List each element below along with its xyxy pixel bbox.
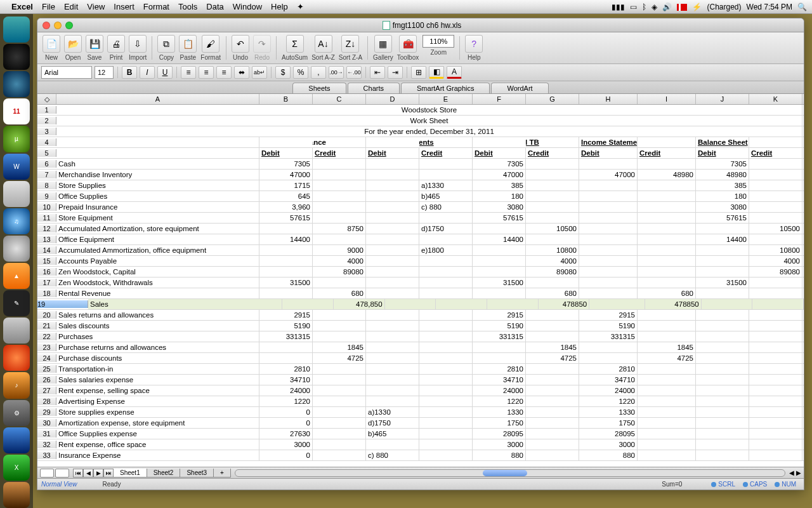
cell[interactable]: 680: [313, 288, 366, 298]
row-header[interactable]: 22: [37, 333, 56, 340]
row-header[interactable]: 11: [37, 214, 56, 222]
cell[interactable]: [419, 256, 473, 266]
cell[interactable]: [366, 385, 419, 396]
cell[interactable]: 478850: [645, 299, 701, 309]
cell[interactable]: [313, 396, 366, 406]
cell[interactable]: [749, 202, 802, 212]
row-header[interactable]: 8: [37, 182, 56, 189]
row-header[interactable]: 1: [37, 106, 56, 114]
select-all-corner[interactable]: ◇: [37, 94, 56, 104]
cell[interactable]: [259, 267, 313, 277]
toolbox-button[interactable]: 🧰: [399, 35, 417, 53]
cell[interactable]: 3,960: [259, 202, 313, 212]
cell[interactable]: [749, 364, 802, 374]
cell[interactable]: [526, 439, 579, 450]
cell[interactable]: [749, 180, 802, 190]
cell[interactable]: Credit: [313, 148, 366, 158]
cell[interactable]: [313, 234, 366, 244]
cell[interactable]: 24000: [259, 385, 313, 396]
increase-indent-button[interactable]: ⇥: [388, 66, 403, 79]
format-painter-button[interactable]: 🖌: [202, 35, 219, 53]
cell[interactable]: [638, 375, 696, 385]
cell[interactable]: 47000: [579, 170, 638, 180]
cell[interactable]: 4725: [638, 353, 696, 363]
bold-button[interactable]: B: [122, 66, 137, 79]
cell[interactable]: [526, 170, 579, 180]
display-icon[interactable]: ▭: [630, 3, 637, 11]
dock-finder-icon[interactable]: [3, 17, 30, 43]
cell[interactable]: 10800: [749, 245, 802, 255]
cell[interactable]: Cash: [56, 159, 259, 169]
cell[interactable]: [638, 137, 696, 147]
row-header[interactable]: 3: [37, 128, 56, 135]
row-header[interactable]: 23: [37, 344, 56, 351]
cell[interactable]: [579, 245, 638, 255]
cell[interactable]: [638, 321, 696, 331]
undo-button[interactable]: ↶: [232, 35, 249, 53]
cell[interactable]: 89080: [749, 267, 802, 277]
clock[interactable]: Wed 7:54 PM: [747, 3, 792, 11]
cell[interactable]: [579, 267, 638, 277]
cell[interactable]: Debit: [259, 148, 313, 158]
cell[interactable]: 9000: [313, 245, 366, 255]
cell[interactable]: 7305: [473, 159, 526, 169]
cell[interactable]: [313, 159, 366, 169]
cell[interactable]: [419, 385, 473, 396]
cell[interactable]: [56, 148, 259, 158]
cell[interactable]: [259, 137, 313, 147]
row-header[interactable]: 13: [37, 236, 56, 243]
cell[interactable]: [638, 385, 696, 396]
sort-za-button[interactable]: Z↓: [341, 35, 359, 53]
cell[interactable]: [366, 213, 419, 223]
cell[interactable]: Rent expense, selling space: [56, 385, 259, 396]
cell[interactable]: Sales: [88, 299, 282, 309]
cell[interactable]: 31500: [259, 277, 313, 288]
cell[interactable]: [366, 321, 419, 331]
cell[interactable]: [313, 450, 366, 460]
cell[interactable]: [638, 331, 696, 342]
cell[interactable]: [696, 310, 749, 320]
cell[interactable]: 2915: [259, 310, 313, 320]
cell[interactable]: [419, 429, 473, 439]
cell[interactable]: 680: [526, 288, 579, 298]
cell[interactable]: 2810: [579, 364, 638, 374]
dock-app2-icon[interactable]: [3, 427, 30, 453]
cell[interactable]: [313, 385, 366, 396]
col-header-f[interactable]: F: [473, 94, 526, 104]
row-header[interactable]: 25: [37, 365, 56, 373]
cell[interactable]: [526, 202, 579, 212]
cell[interactable]: Work Sheet: [56, 116, 802, 126]
cell[interactable]: [749, 407, 802, 417]
cell[interactable]: [419, 331, 473, 342]
battery-icon[interactable]: ▮▮▮: [612, 3, 625, 11]
cell[interactable]: [526, 277, 579, 288]
row-header[interactable]: 33: [37, 451, 56, 459]
cell[interactable]: [696, 224, 749, 234]
cell[interactable]: [749, 277, 802, 288]
bluetooth-icon[interactable]: ᛒ: [642, 3, 646, 11]
cell[interactable]: [749, 342, 802, 352]
cell[interactable]: [526, 321, 579, 331]
cell[interactable]: [419, 321, 473, 331]
cell[interactable]: [749, 137, 802, 147]
save-button[interactable]: 💾: [86, 35, 103, 53]
cell[interactable]: [526, 159, 579, 169]
dock-dashboard-icon[interactable]: [3, 44, 30, 70]
cell[interactable]: [56, 137, 259, 147]
row-header[interactable]: 19: [37, 300, 88, 308]
cell[interactable]: Advertising Expense: [56, 396, 259, 406]
cell[interactable]: [419, 407, 473, 417]
cell[interactable]: [696, 385, 749, 396]
cell[interactable]: [419, 170, 473, 180]
cell[interactable]: 57615: [473, 213, 526, 223]
cell[interactable]: 14400: [259, 234, 313, 244]
cell[interactable]: 28095: [579, 429, 638, 439]
row-header[interactable]: 28: [37, 398, 56, 405]
col-header-d[interactable]: D: [366, 94, 419, 104]
dock-word-icon[interactable]: W: [3, 154, 30, 180]
cell[interactable]: [419, 353, 473, 363]
cell[interactable]: Adjusted TB: [526, 137, 579, 147]
cell[interactable]: 14400: [696, 234, 749, 244]
cell[interactable]: [749, 159, 802, 169]
cell[interactable]: 1845: [526, 342, 579, 352]
